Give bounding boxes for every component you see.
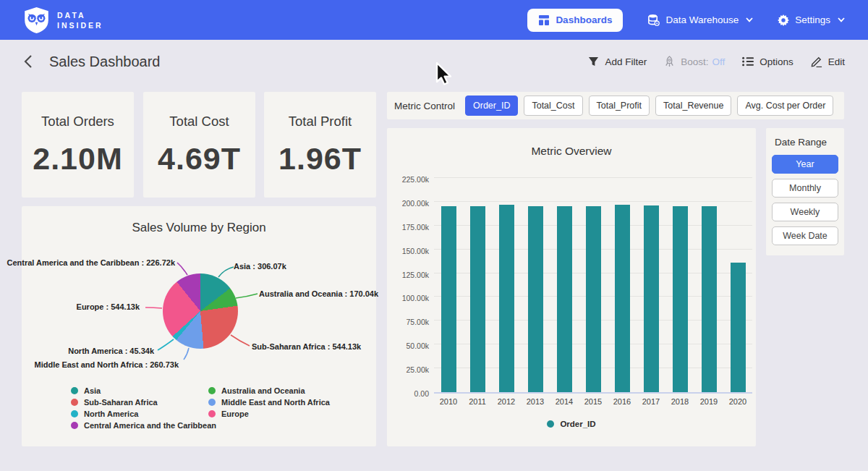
nav-dashboards-button[interactable]: Dashboards — [527, 9, 623, 32]
legend-dot — [71, 410, 78, 417]
bar-chart-x-axis: 2010201120122013201420152016201720182019… — [434, 397, 752, 406]
boost-toggle[interactable]: Boost: Off — [664, 56, 725, 67]
x-axis-label: 2014 — [550, 397, 579, 406]
x-axis-label: 2017 — [637, 397, 665, 406]
bar-2014[interactable] — [557, 206, 572, 392]
bar-2019[interactable] — [702, 206, 717, 392]
add-filter-button[interactable]: Add Filter — [588, 56, 647, 67]
database-icon — [647, 14, 660, 26]
y-axis-tick: 25.00k — [386, 365, 429, 374]
y-axis-tick: 125.00k — [386, 271, 429, 279]
pie-label-middle-east-north-africa: Middle East and North Africa : 260.73k — [35, 360, 179, 369]
metric-button-avg-cost-per-order[interactable]: Avg. Cost per Order — [737, 96, 833, 116]
legend-dot — [71, 387, 78, 394]
y-axis-tick: 200.00k — [386, 199, 429, 208]
y-axis-tick: 0.00 — [386, 389, 429, 398]
pie-legend-item-middle-east-and-north-africa[interactable]: Middle East and North Africa — [208, 398, 330, 406]
dashboard-icon — [538, 14, 550, 26]
legend-label: Asia — [84, 386, 101, 395]
y-axis-tick: 75.00k — [386, 318, 429, 326]
x-axis-label: 2016 — [608, 397, 637, 406]
date-range-panel: Date Range YearMonthlyWeeklyWeek Date — [766, 128, 844, 255]
nav-data-warehouse[interactable]: Data Warehouse — [647, 14, 753, 26]
brand: DATA INSIDER — [23, 7, 103, 34]
metric-button-order-id[interactable]: Order_ID — [465, 96, 518, 116]
kpi-value: 4.69T — [158, 141, 241, 177]
bar-2012[interactable] — [499, 205, 514, 392]
legend-dot — [71, 422, 78, 429]
pie-legend-item-asia[interactable]: Asia — [71, 386, 216, 394]
pie-legend-item-australia-and-oceania[interactable]: Australia and Oceania — [208, 386, 330, 394]
owl-logo-icon — [23, 7, 50, 34]
bar-2011[interactable] — [470, 206, 485, 392]
bar-2015[interactable] — [586, 206, 601, 392]
pie-label-europe: Europe : 544.13k — [77, 302, 140, 311]
y-axis-tick: 225.00k — [386, 175, 429, 184]
nav-data-warehouse-label: Data Warehouse — [665, 14, 739, 25]
pie-legend-item-sub-saharan-africa[interactable]: Sub-Saharan Africa — [71, 398, 216, 406]
bar-2016[interactable] — [615, 205, 630, 392]
legend-label: Sub-Saharan Africa — [84, 398, 158, 407]
kpi-card-total-orders: Total Orders 2.10M — [22, 92, 134, 198]
bar-chart-legend[interactable]: Order_ID — [387, 420, 756, 428]
bar-2020[interactable] — [731, 263, 746, 392]
y-axis-tick: 150.00k — [386, 247, 429, 255]
bar-2010[interactable] — [441, 206, 456, 392]
pie-legend-item-north-america[interactable]: North America — [71, 410, 216, 417]
date-range-button-week-date[interactable]: Week Date — [772, 226, 838, 245]
edit-label: Edit — [828, 56, 845, 67]
brand-name: DATA INSIDER — [57, 10, 103, 30]
pie-legend-item-europe[interactable]: Europe — [208, 410, 330, 417]
y-axis-tick: 100.00k — [386, 294, 429, 302]
sales-volume-pie-card: Sales Volume by Region Asia : 306.07k Au… — [22, 206, 376, 446]
pie-label-sub-saharan-africa: Sub-Saharan Africa : 544.13k — [252, 342, 361, 351]
top-navbar: DATA INSIDER Dashboards Data Warehouse — [0, 0, 868, 40]
x-axis-label: 2018 — [665, 397, 694, 406]
legend-dot — [71, 399, 78, 406]
pie-legend-item-central-america-and-the-caribbean[interactable]: Central America and the Caribbean — [71, 421, 216, 429]
boost-value: Off — [712, 56, 725, 67]
add-filter-label: Add Filter — [605, 56, 647, 67]
edit-button[interactable]: Edit — [811, 56, 845, 67]
rocket-icon — [664, 56, 675, 67]
y-axis-tick: 175.00k — [386, 223, 429, 232]
options-list-icon — [742, 56, 754, 67]
legend-dot — [208, 410, 216, 417]
date-range-button-year[interactable]: Year — [772, 155, 838, 174]
legend-label: Europe — [221, 410, 249, 418]
nav-settings[interactable]: Settings — [778, 14, 845, 26]
boost-label: Boost: — [681, 56, 708, 67]
options-label: Options — [760, 56, 793, 67]
nav-dashboards-label: Dashboards — [556, 14, 612, 25]
kpi-card-total-profit: Total Profit 1.96T — [264, 92, 376, 198]
page-header: Sales Dashboard Add Filter Boost: Off Op… — [0, 40, 868, 83]
legend-dot — [208, 399, 216, 406]
metric-overview-chart-card: Metric Overview 0.0025.00k50.00k75.00k10… — [387, 128, 756, 446]
gear-icon — [778, 14, 789, 26]
pie-chart[interactable] — [163, 273, 238, 349]
pie-label-central-america-caribbean: Central America and the Caribbean : 226.… — [7, 258, 175, 267]
metric-control-label: Metric Control — [394, 101, 455, 111]
kpi-value: 2.10M — [33, 141, 123, 177]
options-button[interactable]: Options — [742, 56, 793, 67]
metric-button-total-cost[interactable]: Total_Cost — [524, 96, 582, 116]
metric-button-total-profit[interactable]: Total_Profit — [589, 96, 650, 116]
metric-button-total-revenue[interactable]: Total_Revenue — [655, 96, 731, 116]
bar-2013[interactable] — [528, 206, 543, 392]
x-axis-label: 2015 — [579, 397, 608, 406]
chevron-down-icon — [746, 17, 753, 22]
kpi-label: Total Profit — [289, 114, 352, 130]
date-range-button-monthly[interactable]: Monthly — [772, 179, 838, 198]
pie-chart-title: Sales Volume by Region — [22, 221, 376, 235]
bar-2018[interactable] — [673, 206, 688, 392]
page-title: Sales Dashboard — [49, 54, 160, 70]
bar-chart-title: Metric Overview — [387, 145, 756, 158]
pie-label-asia: Asia : 306.07k — [234, 262, 286, 271]
x-axis-label: 2012 — [492, 397, 521, 406]
date-range-button-weekly[interactable]: Weekly — [772, 203, 838, 221]
legend-label: Australia and Oceania — [221, 386, 305, 395]
back-button[interactable] — [23, 54, 39, 69]
bar-2017[interactable] — [644, 205, 659, 392]
legend-label: Central America and the Caribbean — [84, 421, 216, 430]
x-axis-label: 2010 — [434, 397, 463, 406]
